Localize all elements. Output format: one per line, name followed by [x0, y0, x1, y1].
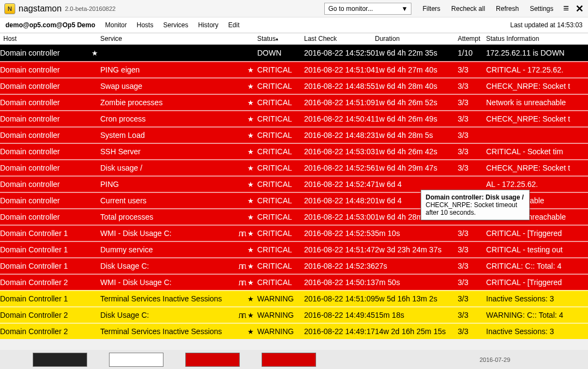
chevron-down-icon: ▼	[402, 5, 408, 13]
cell-service: WMI - Disk Usage C:	[98, 278, 239, 287]
cell-service: Swap usage	[98, 82, 247, 90]
filters-link[interactable]: Filters	[422, 5, 440, 13]
table-row[interactable]: Domain Controller 2WMI - Disk Usage C:CR…	[0, 274, 588, 290]
cell-attempt: 3/3	[458, 278, 486, 287]
col-last-check[interactable]: Last Check	[304, 35, 375, 43]
cell-host: Domain controller	[0, 180, 98, 189]
settings-link[interactable]: Settings	[530, 5, 553, 13]
cell-status: CRITICAL	[257, 213, 304, 221]
cell-status: CRITICAL	[257, 196, 304, 205]
star-icon	[92, 49, 98, 57]
cell-attempt: 3/3	[458, 147, 486, 156]
star-icon	[247, 262, 254, 270]
recheck-all-link[interactable]: Recheck all	[451, 5, 485, 13]
cell-status-info: CHECK_NRPE: Socket t	[486, 114, 588, 123]
cell-host: Domain Controller 1	[0, 262, 98, 270]
cell-last-check: 2016-08-22 14:51:04	[304, 65, 375, 74]
cell-status: WARNING	[257, 327, 304, 336]
cell-status: CRITICAL	[257, 278, 304, 287]
table-row[interactable]: Domain controllerSSH ServerCRITICAL2016-…	[0, 143, 588, 159]
cell-attempt: 3/3	[458, 294, 486, 303]
star-icon	[247, 147, 254, 156]
table-row[interactable]: Domain Controller 1Dummy serviceCRITICAL…	[0, 241, 588, 257]
table-row[interactable]: Domain controllerZombie processesCRITICA…	[0, 94, 588, 110]
refresh-link[interactable]: Refresh	[496, 5, 519, 13]
table-row[interactable]: Domain Controller 1WMI - Disk Usage C:CR…	[0, 225, 588, 241]
monitor-select[interactable]: Go to monitor... ▼	[324, 3, 411, 15]
cell-status-info: CRITICAL - Socket tim	[486, 147, 588, 156]
col-status[interactable]: Status▴	[257, 35, 304, 43]
cell-duration: 1w 6d 4h 28m 40s	[375, 82, 458, 90]
table-row[interactable]: Domain Controller 1Terminal Services Ina…	[0, 290, 588, 306]
cell-duration: 7m 50s	[375, 278, 458, 287]
tooltip-title: Domain controller: Disk usage /	[426, 193, 525, 201]
hamburger-icon[interactable]: ≡	[563, 3, 569, 14]
cell-duration: 1w 6d 4h 26m 42s	[375, 147, 458, 156]
cell-host: Domain controller	[0, 49, 87, 57]
cell-service: Total processes	[98, 213, 247, 221]
table-row[interactable]: Domain controllerSystem LoadCRITICAL2016…	[0, 126, 588, 143]
top-toolbar: N nagstamon 2.0-beta-20160822 Go to moni…	[0, 0, 588, 17]
table-row[interactable]: Domain Controller 2Terminal Services Ina…	[0, 323, 588, 339]
cell-status: CRITICAL	[257, 229, 304, 238]
star-icon	[247, 294, 254, 303]
table-row[interactable]: Domain Controller 1Disk Usage C:CRITICAL…	[0, 257, 588, 274]
table-row[interactable]: Domain controllerDOWN2016-08-22 14:52:50…	[0, 45, 588, 61]
cell-status-info: AL - 172.25.62.	[486, 180, 588, 189]
cell-attempt: 3/3	[458, 311, 486, 319]
table-row[interactable]: Domain controllerDisk usage /CRITICAL201…	[0, 159, 588, 176]
close-icon[interactable]: ✕	[575, 3, 584, 15]
cell-status-info: CRITICAL - 172.25.62.	[486, 65, 588, 74]
cell-status: WARNING	[257, 294, 304, 303]
cell-service: Current users	[98, 196, 247, 205]
cell-last-check: 2016-08-22 14:48:55	[304, 82, 375, 90]
cell-host: Domain controller	[0, 147, 98, 156]
cell-host: Domain controller	[0, 196, 98, 205]
table-row[interactable]: Domain controllerSwap usageCRITICAL2016-…	[0, 77, 588, 94]
table-row[interactable]: Domain controllerCron processCRITICAL201…	[0, 110, 588, 126]
menu-history[interactable]: History	[198, 21, 218, 29]
menu-edit[interactable]: Edit	[228, 21, 240, 29]
cell-host: Domain controller	[0, 98, 98, 107]
pulse-icon	[239, 278, 245, 287]
col-status-info[interactable]: Status Information	[486, 35, 588, 43]
cell-attempt: 3/3	[458, 114, 486, 123]
cell-status-info: CRITICAL - [Triggered	[486, 278, 588, 287]
cell-status: CRITICAL	[257, 65, 304, 74]
cell-status: CRITICAL	[257, 82, 304, 90]
cell-duration: 1w 6d 4h 28m 5s	[375, 131, 458, 140]
menu-services[interactable]: Services	[163, 21, 188, 29]
cell-last-check: 2016-08-22 14:53:00	[304, 213, 375, 221]
app-version: 2.0-beta-20160822	[65, 5, 116, 12]
cell-last-check: 2016-08-22 14:52:50	[304, 49, 375, 57]
cell-duration: 14w 2d 16h 25m 15s	[375, 327, 458, 336]
cell-service: PING eigen	[98, 65, 247, 74]
col-host[interactable]: Host	[0, 35, 98, 43]
cell-service: Cron process	[98, 114, 247, 123]
cell-status-info: CHECK_NRPE: Socket t	[486, 164, 588, 172]
table-row[interactable]: Domain Controller 2Disk Usage C:WARNING2…	[0, 306, 588, 323]
cell-service: Disk Usage C:	[98, 311, 239, 319]
cell-host: Domain controller	[0, 114, 98, 123]
menu-hosts[interactable]: Hosts	[137, 21, 154, 29]
app-title: nagstamon	[19, 4, 62, 14]
cell-attempt: 3/3	[458, 131, 486, 140]
star-icon	[247, 245, 254, 254]
cell-duration: 1w 6d 4h 29m 47s	[375, 164, 458, 172]
pulse-icon	[239, 311, 245, 319]
cell-last-check: 2016-08-22 14:50:13	[304, 278, 375, 287]
bg-date: 2016-07-29	[480, 356, 510, 363]
cell-duration: 1w 6d 4h 26m 49s	[375, 114, 458, 123]
star-icon	[247, 114, 254, 123]
cell-status: DOWN	[257, 49, 304, 57]
col-service[interactable]: Service	[98, 35, 257, 43]
col-attempt[interactable]: Attempt	[458, 35, 486, 43]
table-row[interactable]: Domain controllerPING eigenCRITICAL2016-…	[0, 61, 588, 77]
star-icon	[247, 327, 254, 336]
star-icon	[247, 180, 254, 189]
col-duration[interactable]: Duration	[375, 35, 458, 43]
menu-monitor[interactable]: Monitor	[105, 21, 127, 29]
tooltip-body: CHECK_NRPE: Socket timeout after 10 seco…	[426, 201, 525, 216]
star-icon	[247, 82, 254, 90]
cell-host: Domain controller	[0, 131, 98, 140]
